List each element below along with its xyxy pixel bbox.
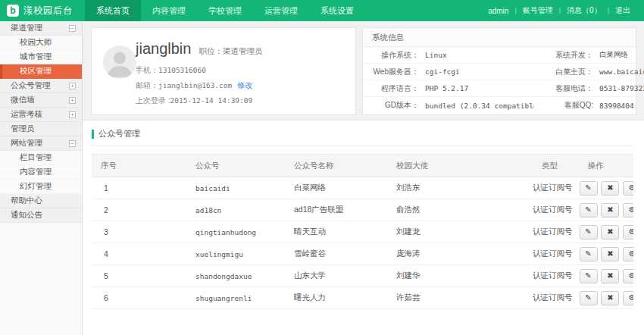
table-row: 6 shuguangrenli 曙光人力 许茹芸 认证订阅号 ✎ ✖ ⚙ bbox=[92, 287, 633, 309]
edit-email-link[interactable]: 修改 bbox=[237, 81, 252, 89]
delete-button[interactable]: ✖ bbox=[601, 291, 619, 305]
sidebar-item[interactable]: 城市管理 bbox=[0, 50, 82, 64]
sidebar-item-label: 幻灯管理 bbox=[20, 181, 52, 192]
top-nav-item[interactable]: 系统首页 bbox=[85, 0, 141, 21]
user-menu-item[interactable]: 账号管理 bbox=[517, 5, 559, 16]
delete-icon: ✖ bbox=[607, 249, 613, 258]
table-header-row: 序号公众号公众号名称校园大使类型操作 bbox=[92, 155, 633, 177]
user-menu-item[interactable]: admin bbox=[482, 7, 514, 15]
profile-position: 职位：渠道管理员 bbox=[199, 46, 262, 57]
delete-button[interactable]: ✖ bbox=[601, 269, 619, 283]
system-info-row: Web服务器： cgi-fcgi 白菜主页： www.baicaidi.net bbox=[363, 64, 636, 80]
user-menu-item-wrap: admin bbox=[482, 7, 517, 15]
gear-icon: ⚙ bbox=[629, 249, 633, 258]
edit-icon: ✎ bbox=[585, 293, 591, 302]
delete-button[interactable]: ✖ bbox=[601, 247, 619, 261]
top-nav-item[interactable]: 内容管理 bbox=[141, 0, 197, 21]
profile-phone-row: 手机：13105316060 bbox=[136, 65, 349, 76]
last-login-label: 上次登录 : bbox=[136, 96, 170, 105]
cell-type: 认证订阅号 bbox=[524, 221, 579, 243]
settings-button[interactable]: ⚙ bbox=[623, 247, 633, 261]
user-menu-item[interactable]: 消息（0） bbox=[561, 5, 608, 16]
sidebar-item[interactable]: 运营考核 + bbox=[0, 108, 82, 122]
edit-icon: ✎ bbox=[585, 249, 591, 258]
edit-button[interactable]: ✎ bbox=[580, 291, 598, 305]
cell-actions: ✎ ✖ ⚙ bbox=[579, 287, 634, 309]
cell-index: 5 bbox=[92, 265, 186, 287]
expand-toggle-icon: + bbox=[69, 97, 76, 104]
cell-account: shuguangrenli bbox=[186, 287, 285, 309]
sidebar-item[interactable]: 微信墙 + bbox=[0, 93, 82, 108]
delete-button[interactable]: ✖ bbox=[601, 203, 619, 218]
user-menu-item-wrap: 退出 bbox=[609, 5, 636, 16]
info-value: cgi-fcgi bbox=[419, 67, 534, 76]
info-label: GD版本： bbox=[372, 100, 419, 111]
column-header: 操作 bbox=[579, 155, 634, 177]
info-value: 0531-87932211 bbox=[593, 84, 644, 92]
info-label: 操作系统： bbox=[372, 50, 419, 61]
profile-last-login-row: 上次登录 :2015-12-14 14:39:09 bbox=[136, 95, 349, 106]
settings-button[interactable]: ⚙ bbox=[623, 225, 633, 240]
cell-ambassador: 刘建龙 bbox=[387, 221, 524, 243]
profile-card: jianglbin 职位：渠道管理员 手机：13105316060 邮箱：jia… bbox=[91, 27, 356, 115]
sidebar-item[interactable]: 栏目管理 bbox=[0, 151, 82, 165]
user-menu-item[interactable]: 退出 bbox=[609, 5, 636, 16]
delete-button[interactable]: ✖ bbox=[601, 181, 619, 196]
delete-icon: ✖ bbox=[607, 183, 613, 192]
cell-account-name: 白菜网络 bbox=[285, 177, 387, 199]
edit-button[interactable]: ✎ bbox=[580, 225, 598, 240]
cell-type: 认证订阅号 bbox=[524, 243, 579, 265]
edit-button[interactable]: ✎ bbox=[580, 269, 598, 283]
sidebar-item[interactable]: 校园大师 bbox=[0, 36, 82, 50]
settings-button[interactable]: ⚙ bbox=[623, 181, 633, 196]
edit-button[interactable]: ✎ bbox=[580, 181, 598, 196]
system-info-title: 系统信息 bbox=[363, 28, 636, 47]
settings-button[interactable]: ⚙ bbox=[623, 269, 633, 283]
email-label: 邮箱： bbox=[136, 81, 158, 89]
sidebar-item[interactable]: 公众号管理 + bbox=[0, 79, 82, 93]
sidebar-item[interactable]: 帮助中心 bbox=[0, 194, 82, 208]
edit-button[interactable]: ✎ bbox=[580, 203, 598, 218]
cell-actions: ✎ ✖ ⚙ bbox=[579, 199, 634, 221]
sidebar-item[interactable]: 通知公告 bbox=[0, 208, 82, 223]
section-title: 公众号管理 bbox=[98, 128, 140, 139]
sidebar-item[interactable]: 内容管理 bbox=[0, 165, 82, 180]
top-nav-item[interactable]: 运营管理 bbox=[253, 0, 309, 21]
delete-button[interactable]: ✖ bbox=[601, 225, 619, 240]
sidebar-item[interactable]: 管理员 bbox=[0, 122, 82, 136]
app-title: 漾校园后台 bbox=[23, 5, 73, 17]
cell-index: 2 bbox=[92, 199, 186, 221]
cell-account: baicaidi bbox=[186, 177, 285, 199]
user-menu-item-wrap: 账号管理 bbox=[517, 5, 561, 16]
info-value: bundled (2.0.34 compatible) bbox=[419, 102, 534, 110]
info-label: 客服电话： bbox=[534, 83, 593, 94]
system-info-row: 操作系统： Linux 系统开发： 白菜网络 bbox=[363, 47, 636, 64]
sidebar-item[interactable]: 渠道管理 − bbox=[0, 21, 82, 36]
top-nav-item[interactable]: 学校管理 bbox=[197, 0, 253, 21]
info-label: 系统开发： bbox=[534, 50, 593, 61]
top-nav-item[interactable]: 系统设置 bbox=[309, 0, 365, 21]
settings-button[interactable]: ⚙ bbox=[623, 291, 633, 305]
settings-button[interactable]: ⚙ bbox=[623, 203, 633, 218]
table-row: 5 shandongdaxue 山东大学 刘建华 认证订阅号 ✎ ✖ ⚙ bbox=[92, 265, 633, 287]
profile-email-row: 邮箱：jianglbin@163.com修改 bbox=[136, 80, 349, 91]
sidebar-item[interactable]: 网站管理 − bbox=[0, 136, 82, 151]
sidebar-item[interactable]: 幻灯管理 bbox=[0, 180, 82, 194]
sidebar-item-label: 微信墙 bbox=[11, 95, 35, 105]
sidebar-item-label: 内容管理 bbox=[20, 167, 52, 177]
sidebar-item-label: 公众号管理 bbox=[11, 80, 51, 91]
cell-actions: ✎ ✖ ⚙ bbox=[579, 177, 634, 199]
accounts-panel: 公众号管理 序号公众号公众号名称校园大使类型操作 1 baicaidi 白菜网络… bbox=[83, 120, 644, 335]
sidebar-item-label: 网站管理 bbox=[11, 138, 42, 149]
sidebar-item[interactable]: 校区管理 bbox=[0, 64, 82, 79]
divider bbox=[92, 146, 633, 146]
info-value: 白菜网络 bbox=[593, 50, 628, 60]
accounts-table: 序号公众号公众号名称校园大使类型操作 1 baicaidi 白菜网络 刘浩东 认… bbox=[92, 154, 633, 309]
info-label: 客服QQ: bbox=[534, 100, 593, 111]
sidebar-item-label: 通知公告 bbox=[11, 210, 42, 221]
cell-account-name: 雪岭蜜谷 bbox=[285, 243, 387, 265]
cell-account-name: 曙光人力 bbox=[285, 287, 387, 309]
gear-icon: ⚙ bbox=[629, 183, 633, 192]
column-header: 校园大使 bbox=[387, 155, 524, 177]
edit-button[interactable]: ✎ bbox=[580, 247, 598, 261]
